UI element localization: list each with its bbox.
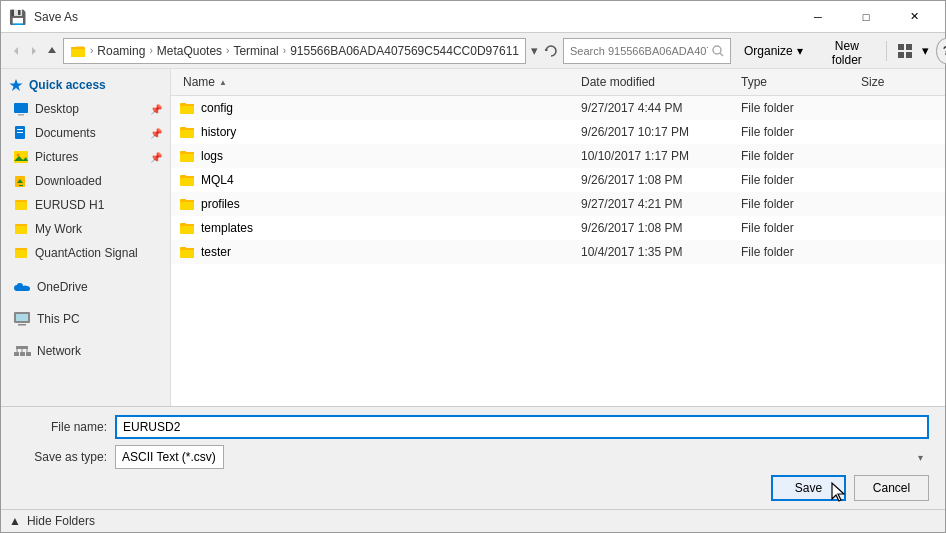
help-button[interactable]: ?	[936, 38, 946, 64]
organize-arrow: ▾	[797, 44, 803, 58]
downloaded-label: Downloaded	[35, 174, 102, 188]
svg-rect-13	[18, 114, 24, 116]
svg-rect-16	[17, 132, 23, 133]
file-name-input[interactable]	[115, 415, 929, 439]
folder-icon	[179, 244, 195, 260]
file-row[interactable]: MQL4 9/26/2017 1:08 PM File folder	[171, 168, 945, 192]
forward-button[interactable]	[27, 38, 41, 64]
folder-icon	[179, 196, 195, 212]
folder-icon	[179, 172, 195, 188]
breadcrumb-bar[interactable]: › Roaming › MetaQuotes › Terminal › 9155…	[63, 38, 526, 64]
up-button[interactable]	[45, 38, 59, 64]
file-name-row: File name:	[17, 415, 929, 439]
file-date: 10/4/2017 1:35 PM	[577, 245, 737, 259]
sidebar-item-pictures[interactable]: Pictures 📌	[1, 145, 170, 169]
save-label: Save	[795, 481, 822, 495]
file-date: 9/26/2017 1:08 PM	[577, 221, 737, 235]
cancel-button[interactable]: Cancel	[854, 475, 929, 501]
sidebar-spacer-3	[1, 331, 170, 339]
hide-folders-label: Hide Folders	[27, 514, 95, 528]
breadcrumb-terminal[interactable]: Terminal	[233, 44, 278, 58]
svg-marker-2	[48, 47, 56, 53]
breadcrumb-metaquotes[interactable]: MetaQuotes	[157, 44, 222, 58]
file-name: MQL4	[201, 173, 234, 187]
close-button[interactable]: ✕	[891, 1, 937, 33]
maximize-button[interactable]: □	[843, 1, 889, 33]
file-name: logs	[201, 149, 223, 163]
sidebar-item-quantaction[interactable]: QuantAction Signal	[1, 241, 170, 265]
file-row[interactable]: logs 10/10/2017 1:17 PM File folder	[171, 144, 945, 168]
organize-button[interactable]: Organize ▾	[735, 38, 812, 64]
file-row[interactable]: tester 10/4/2017 1:35 PM File folder	[171, 240, 945, 264]
svg-rect-12	[14, 103, 28, 113]
sidebar-item-network[interactable]: Network	[1, 339, 170, 363]
file-name-cell: tester	[179, 244, 577, 260]
col-name[interactable]: Name ▲	[179, 73, 577, 91]
file-row[interactable]: config 9/27/2017 4:44 PM File folder	[171, 96, 945, 120]
file-name-cell: templates	[179, 220, 577, 236]
save-type-select[interactable]: ASCII Text (*.csv)	[115, 445, 224, 469]
sidebar-item-downloaded[interactable]: Downloaded	[1, 169, 170, 193]
svg-rect-22	[19, 185, 23, 186]
save-button[interactable]: Save	[771, 475, 846, 501]
dropdown-button[interactable]: ▾	[530, 38, 539, 64]
toolbar-right: Organize ▾ New folder ▾ ?	[735, 38, 946, 64]
eurusd-icon	[13, 197, 29, 213]
downloaded-icon	[13, 173, 29, 189]
sidebar-item-thispc[interactable]: This PC	[1, 307, 170, 331]
svg-rect-8	[906, 44, 912, 50]
file-name-cell: profiles	[179, 196, 577, 212]
dialog-title: Save As	[34, 10, 78, 24]
sidebar-item-onedrive[interactable]: OneDrive	[1, 275, 170, 299]
svg-rect-24	[15, 202, 27, 210]
documents-icon	[13, 125, 29, 141]
sort-arrow: ▲	[219, 78, 227, 87]
network-label: Network	[37, 344, 81, 358]
quick-access-label: Quick access	[29, 78, 106, 92]
file-row[interactable]: templates 9/26/2017 1:08 PM File folder	[171, 216, 945, 240]
new-folder-label: New folder	[832, 39, 862, 67]
svg-rect-34	[26, 352, 31, 356]
sidebar-item-mywork[interactable]: My Work	[1, 217, 170, 241]
file-row[interactable]: history 9/26/2017 10:17 PM File folder	[171, 120, 945, 144]
documents-label: Documents	[35, 126, 96, 140]
folder-icon	[179, 124, 195, 140]
breadcrumb-guid[interactable]: 915566BA06ADA407569C544CC0D97611	[290, 44, 519, 58]
quick-access-header[interactable]: Quick access	[1, 73, 170, 97]
sidebar-spacer-1	[1, 267, 170, 275]
organize-label: Organize	[744, 44, 793, 58]
hide-folders-bar[interactable]: ▲ Hide Folders	[1, 509, 945, 532]
sidebar-item-eurusd[interactable]: EURUSD H1	[1, 193, 170, 217]
refresh-button[interactable]	[543, 38, 559, 64]
eurusd-label: EURUSD H1	[35, 198, 104, 212]
mywork-icon	[13, 221, 29, 237]
breadcrumb-roaming[interactable]: Roaming	[97, 44, 145, 58]
sidebar-item-documents[interactable]: Documents 📌	[1, 121, 170, 145]
view-button[interactable]	[895, 38, 916, 64]
file-name: profiles	[201, 197, 240, 211]
search-input[interactable]	[570, 45, 708, 57]
sidebar: Quick access Desktop 📌 D	[1, 69, 171, 406]
file-name: config	[201, 101, 233, 115]
view-dropdown-button[interactable]: ▾	[919, 38, 932, 64]
col-type[interactable]: Type	[737, 73, 857, 91]
pictures-pin: 📌	[150, 152, 162, 163]
star-icon	[9, 78, 23, 92]
col-size[interactable]: Size	[857, 73, 937, 91]
minimize-button[interactable]: ─	[795, 1, 841, 33]
desktop-pin: 📌	[150, 104, 162, 115]
file-date: 9/26/2017 10:17 PM	[577, 125, 737, 139]
folder-icon	[179, 220, 195, 236]
col-date[interactable]: Date modified	[577, 73, 737, 91]
sidebar-item-desktop[interactable]: Desktop 📌	[1, 97, 170, 121]
svg-rect-7	[898, 44, 904, 50]
file-type: File folder	[737, 245, 857, 259]
back-button[interactable]	[9, 38, 23, 64]
file-row[interactable]: profiles 9/27/2017 4:21 PM File folder	[171, 192, 945, 216]
sidebar-spacer-2	[1, 299, 170, 307]
new-folder-button[interactable]: New folder	[816, 38, 878, 64]
svg-rect-39	[27, 349, 28, 352]
svg-rect-28	[15, 250, 27, 258]
mywork-label: My Work	[35, 222, 82, 236]
file-date: 9/27/2017 4:44 PM	[577, 101, 737, 115]
